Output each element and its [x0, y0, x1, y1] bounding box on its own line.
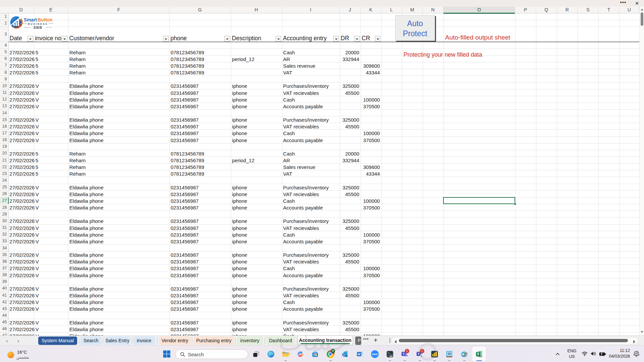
- cell-I20[interactable]: Cash: [283, 151, 295, 157]
- cell-E23[interactable]: 5: [36, 171, 38, 177]
- cell-F31[interactable]: Eldawlia phone: [69, 225, 104, 231]
- cell-E20[interactable]: 5: [36, 151, 38, 157]
- cell-J16[interactable]: 45500: [340, 124, 360, 129]
- column-header-L[interactable]: L: [381, 7, 402, 13]
- cell-E31[interactable]: V: [36, 225, 39, 231]
- sheet-tab-partial[interactable]: P: [355, 337, 361, 345]
- filter-icon-K[interactable]: [375, 36, 381, 42]
- cell-J41[interactable]: 45500: [340, 293, 360, 298]
- cell-E27[interactable]: V: [36, 198, 39, 204]
- cell-I37[interactable]: Cash: [283, 265, 295, 271]
- cell-I21[interactable]: AR: [283, 158, 290, 163]
- cell-H21[interactable]: period_12: [232, 158, 255, 163]
- cell-E6[interactable]: 5: [36, 56, 38, 62]
- cell-J36[interactable]: 45500: [340, 259, 360, 264]
- volume-icon[interactable]: [591, 351, 596, 358]
- cell-H45[interactable]: iphone: [232, 320, 247, 325]
- cell-E33[interactable]: V: [36, 239, 39, 244]
- row-number-34[interactable]: 34: [0, 246, 7, 250]
- row-number-23[interactable]: 23: [0, 171, 7, 176]
- cell-J10[interactable]: 325000: [340, 83, 360, 89]
- cell-F25[interactable]: Eldawlia phone: [69, 185, 104, 190]
- cell-D18[interactable]: 27/02/2026: [9, 137, 35, 143]
- scroll-down-icon[interactable]: [641, 330, 643, 333]
- cell-K37[interactable]: 100000: [361, 265, 380, 271]
- cell-D20[interactable]: 27/02/2026: [9, 151, 35, 157]
- cell-G36[interactable]: 0231456987: [171, 259, 199, 264]
- cell-F46[interactable]: Eldawlia phone: [69, 326, 104, 332]
- cell-F5[interactable]: Reham: [69, 50, 86, 55]
- row-number-36[interactable]: 36: [0, 259, 7, 264]
- sheet-tab-vendor-entry[interactable]: Vendor entry: [159, 337, 191, 345]
- cell-H41[interactable]: iphone: [232, 293, 247, 298]
- filter-icon-H[interactable]: [276, 36, 281, 42]
- row-number-41[interactable]: 41: [0, 293, 7, 298]
- cell-J26[interactable]: 45500: [340, 191, 360, 197]
- cell-I7[interactable]: Sales revenue: [283, 63, 315, 69]
- cell-G37[interactable]: 0231456987: [171, 265, 199, 271]
- cell-H31[interactable]: iphone: [232, 225, 247, 231]
- cell-H26[interactable]: iphone: [232, 191, 247, 197]
- cell-F12[interactable]: Eldawlia phone: [69, 97, 104, 103]
- cell-I13[interactable]: Accounts payable: [283, 104, 323, 109]
- cell-G32[interactable]: 0231456987: [171, 232, 199, 238]
- cell-I10[interactable]: Purchases/inventory: [283, 83, 329, 89]
- cell-F30[interactable]: Eldawlia phone: [69, 218, 104, 224]
- cell-F15[interactable]: Eldawlia phone: [69, 117, 104, 123]
- tabs-scroll-left-icon[interactable]: ‹: [6, 338, 8, 344]
- cell-D46[interactable]: 27/02/2026: [9, 326, 35, 332]
- cell-G7[interactable]: 078123456789: [171, 63, 204, 69]
- scroll-up-icon[interactable]: [641, 8, 643, 11]
- cell-I18[interactable]: Accounts payable: [283, 137, 323, 143]
- row-number-6[interactable]: 6: [0, 56, 7, 61]
- row-number-31[interactable]: 31: [0, 225, 7, 230]
- grid[interactable]: 1234567891011121314151617181920212223242…: [0, 13, 639, 336]
- sheet-tab-invoice[interactable]: invoice: [133, 337, 155, 345]
- cell-E42[interactable]: V: [36, 299, 39, 305]
- cell-F17[interactable]: Eldawlia phone: [69, 130, 104, 136]
- row-number-37[interactable]: 37: [0, 266, 7, 270]
- cell-H46[interactable]: iphone: [232, 326, 247, 332]
- row-number-38[interactable]: 38: [0, 273, 7, 277]
- cell-F21[interactable]: Reham: [69, 158, 86, 163]
- cell-I17[interactable]: Cash: [283, 130, 295, 136]
- cell-G23[interactable]: 078123456789: [171, 171, 204, 177]
- cell-E18[interactable]: V: [36, 137, 39, 143]
- cell-K23[interactable]: 43344: [361, 171, 380, 177]
- row-number-15[interactable]: 15: [0, 117, 7, 122]
- row-number-26[interactable]: 26: [0, 191, 7, 196]
- row-number-24[interactable]: 24: [0, 178, 7, 183]
- row-number-8[interactable]: 8: [0, 70, 7, 75]
- cell-F13[interactable]: Eldawlia phone: [69, 104, 104, 109]
- cell-D35[interactable]: 27/02/2026: [9, 252, 35, 258]
- cell-E28[interactable]: V: [36, 205, 39, 210]
- cell-G35[interactable]: 0231456987: [171, 252, 199, 258]
- column-header-M[interactable]: M: [402, 7, 423, 13]
- cell-J45[interactable]: 325000: [340, 320, 360, 325]
- row-number-16[interactable]: 16: [0, 124, 7, 129]
- row-number-2[interactable]: 2: [0, 21, 7, 25]
- sheet-tab-dashboard[interactable]: Dashboard: [267, 337, 294, 345]
- cell-H27[interactable]: iphone: [232, 198, 247, 204]
- cell-D31[interactable]: 27/02/2026: [9, 225, 35, 231]
- cell-F26[interactable]: Eldawlia phone: [69, 191, 104, 197]
- cell-I6[interactable]: AR: [283, 56, 290, 62]
- cell-K42[interactable]: 100000: [361, 299, 380, 305]
- row-number-27[interactable]: 27: [0, 198, 7, 203]
- cell-I40[interactable]: Purchases/inventory: [283, 286, 329, 292]
- filter-icon-D[interactable]: [28, 36, 33, 42]
- cell-K32[interactable]: 100000: [361, 232, 380, 238]
- cell-G17[interactable]: 0231456987: [171, 130, 199, 136]
- cell-D22[interactable]: 27/02/2026: [9, 164, 35, 170]
- file-explorer-icon[interactable]: [282, 350, 289, 358]
- cell-D11[interactable]: 27/02/2026: [9, 90, 35, 96]
- cell-D25[interactable]: 27/02/2026: [9, 185, 35, 190]
- cell-I45[interactable]: Purchases/inventory: [283, 320, 329, 325]
- cell-E10[interactable]: V: [36, 83, 39, 89]
- task-view-icon[interactable]: [252, 350, 260, 358]
- cell-E15[interactable]: V: [36, 117, 39, 123]
- window-close-icon[interactable]: ✕: [634, 1, 640, 6]
- cell-G38[interactable]: 0231456987: [171, 273, 199, 278]
- outlook-icon[interactable]: O: [341, 350, 349, 358]
- hscroll-left-icon[interactable]: [394, 339, 397, 343]
